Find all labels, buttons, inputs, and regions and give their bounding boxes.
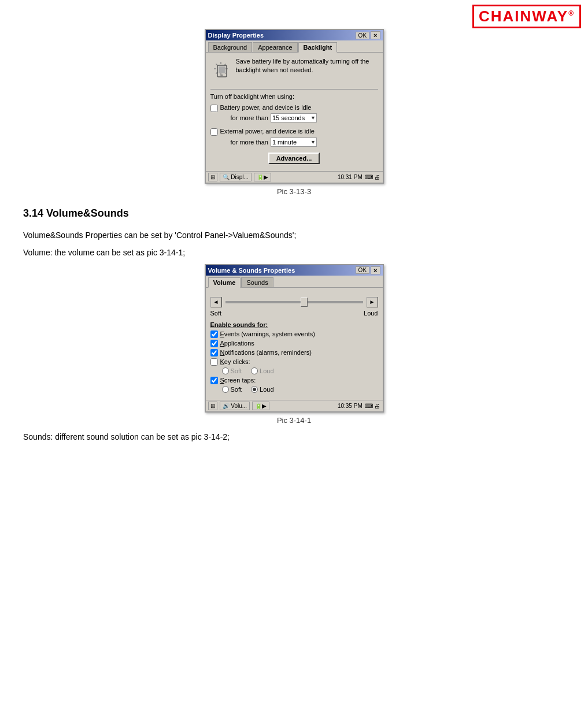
applications-label: Applications bbox=[220, 340, 254, 347]
battery-dropdown-row: for more than 15 seconds 30 seconds 1 mi… bbox=[231, 113, 317, 122]
dialog-ok-button[interactable]: OK bbox=[356, 32, 369, 39]
display-taskbar-time: 10:31 PM bbox=[338, 174, 363, 180]
tab-backlight[interactable]: Backlight bbox=[298, 42, 338, 53]
events-checkbox-row: Events (warnings, system events) bbox=[210, 330, 378, 338]
titlebar-buttons: OK × bbox=[356, 31, 380, 39]
caption-2: Pic 3-14-1 bbox=[277, 416, 311, 425]
for-more-than-2: for more than bbox=[231, 139, 268, 146]
volume-taskbar-icons: ⌨ 🖨 bbox=[365, 403, 380, 409]
display-properties-dialog: Display Properties OK × Background Appea… bbox=[205, 29, 384, 184]
battery-taskbar-item[interactable]: 🔋▶ bbox=[254, 173, 271, 181]
external-time-select[interactable]: 1 minute 2 minutes 5 minutes bbox=[271, 138, 317, 147]
body-text-3: Sounds: different sound solution can be … bbox=[23, 430, 565, 443]
screen-loud-radio-fill bbox=[253, 388, 256, 391]
taskbar-icons-display: ⌨ 🖨 bbox=[365, 174, 380, 180]
key-soft-radio[interactable] bbox=[222, 367, 229, 374]
events-label: Events (warnings, system events) bbox=[220, 330, 315, 337]
volume-taskbar-label: 🔊 Volu... bbox=[223, 403, 247, 409]
key-loud-radio[interactable] bbox=[251, 367, 258, 374]
screen-loud-radio[interactable] bbox=[251, 386, 258, 393]
volume-titlebar-buttons: OK × bbox=[356, 266, 380, 274]
display-taskbar-item[interactable]: 🔍 Displ... bbox=[220, 173, 252, 181]
volume-start-button[interactable]: ⊞ bbox=[208, 402, 217, 410]
battery-taskbar-label: 🔋▶ bbox=[257, 174, 268, 180]
dialog-body: Save battery life by automatically turni… bbox=[206, 53, 383, 171]
battery-select-wrapper: 15 seconds 30 seconds 1 minute 2 minutes… bbox=[271, 113, 317, 122]
screen-taps-label: Screen taps: bbox=[220, 377, 256, 384]
screen-soft-option: Soft bbox=[222, 386, 242, 393]
enable-sounds-label: Enable sounds for: bbox=[210, 321, 378, 328]
volume-dialog-body: ◄ ► Soft Loud Enable sounds for: Events … bbox=[206, 288, 383, 400]
battery-checkbox[interactable] bbox=[210, 105, 218, 112]
battery-option-row: Battery power, and device is idle for mo… bbox=[210, 103, 378, 122]
tab-volume[interactable]: Volume bbox=[208, 277, 241, 288]
tab-sounds[interactable]: Sounds bbox=[241, 277, 273, 287]
page-content: Display Properties OK × Background Appea… bbox=[0, 0, 588, 459]
screen-loud-label: Loud bbox=[260, 386, 273, 393]
applications-checkbox[interactable] bbox=[210, 340, 218, 347]
volume-sounds-dialog: Volume & Sounds Properties OK × Volume S… bbox=[205, 264, 384, 413]
volume-slider-track[interactable] bbox=[225, 301, 363, 303]
start-button[interactable]: ⊞ bbox=[208, 173, 217, 181]
applications-checkbox-row: Applications bbox=[210, 340, 378, 347]
volume-slider-thumb[interactable] bbox=[301, 298, 308, 307]
notifications-checkbox[interactable] bbox=[210, 349, 218, 356]
volume-sounds-screenshot: Volume & Sounds Properties OK × Volume S… bbox=[23, 264, 565, 425]
dialog-title: Display Properties bbox=[208, 32, 356, 39]
dialog-tabs: Background Appearance Backlight bbox=[206, 40, 383, 53]
screen-loud-option: Loud bbox=[251, 386, 273, 393]
volume-taskbar-item[interactable]: 🔊 Volu... bbox=[220, 402, 250, 410]
volume-ok-button[interactable]: OK bbox=[356, 266, 369, 274]
external-checkbox[interactable] bbox=[210, 128, 218, 136]
backlight-info: Save battery life by automatically turni… bbox=[210, 57, 378, 83]
volume-dialog-titlebar: Volume & Sounds Properties OK × bbox=[206, 265, 383, 276]
logo-symbol: ® bbox=[568, 9, 575, 17]
tab-background[interactable]: Background bbox=[208, 42, 253, 52]
screen-taps-checkbox-row: Screen taps: bbox=[210, 377, 378, 384]
advanced-button[interactable]: Advanced... bbox=[268, 153, 320, 164]
volume-slider-labels: Soft Loud bbox=[210, 310, 378, 317]
volume-dialog-title: Volume & Sounds Properties bbox=[208, 267, 356, 274]
key-loud-option: Loud bbox=[251, 367, 273, 374]
key-clicks-checkbox-row: Key clicks: bbox=[210, 358, 378, 366]
key-loud-label: Loud bbox=[260, 367, 273, 374]
svg-line-5 bbox=[216, 64, 217, 66]
display-taskbar-label: 🔍 Displ... bbox=[223, 174, 249, 180]
key-clicks-checkbox[interactable] bbox=[210, 358, 218, 366]
battery-time-select[interactable]: 15 seconds 30 seconds 1 minute 2 minutes bbox=[271, 113, 317, 122]
volume-battery-label: 🔋▶ bbox=[255, 403, 267, 409]
external-select-wrapper: 1 minute 2 minutes 5 minutes ▼ bbox=[271, 138, 317, 147]
body-text-1: Volume&Sounds Properties can be set by '… bbox=[23, 229, 565, 242]
external-dropdown-row: for more than 1 minute 2 minutes 5 minut… bbox=[231, 138, 317, 147]
chainway-logo-text: CHAINWAY® bbox=[472, 5, 581, 28]
key-soft-option: Soft bbox=[222, 367, 242, 374]
volume-slider-container: ◄ ► bbox=[210, 297, 378, 307]
start-icon: ⊞ bbox=[210, 174, 215, 180]
events-checkbox[interactable] bbox=[210, 330, 218, 338]
external-option-text: External power, and device is idle bbox=[220, 127, 317, 136]
logo: CHAINWAY® bbox=[472, 5, 581, 28]
volume-taskbar: ⊞ 🔊 Volu... 🔋▶ 10:35 PM ⌨ 🖨 bbox=[206, 400, 383, 411]
volume-battery-item[interactable]: 🔋▶ bbox=[252, 402, 269, 410]
divider-1 bbox=[210, 89, 378, 90]
loud-label: Loud bbox=[364, 310, 378, 317]
volume-taskbar-time: 10:35 PM bbox=[338, 403, 363, 409]
backlight-info-text: Save battery life by automatically turni… bbox=[236, 57, 378, 75]
dialog-taskbar: ⊞ 🔍 Displ... 🔋▶ 10:31 PM ⌨ 🖨 bbox=[206, 171, 383, 183]
screen-taps-checkbox[interactable] bbox=[210, 377, 218, 384]
volume-increase-button[interactable]: ► bbox=[367, 297, 378, 307]
volume-decrease-button[interactable]: ◄ bbox=[210, 297, 222, 307]
tab-appearance[interactable]: Appearance bbox=[253, 42, 297, 52]
key-clicks-options: Soft Loud bbox=[222, 367, 378, 374]
section-heading-volume: 3.14 Volume&Sounds bbox=[23, 207, 565, 220]
dialog-close-button[interactable]: × bbox=[371, 31, 380, 39]
volume-dialog-tabs: Volume Sounds bbox=[206, 276, 383, 288]
display-properties-screenshot: Display Properties OK × Background Appea… bbox=[23, 29, 565, 196]
screen-soft-radio[interactable] bbox=[222, 386, 229, 393]
turn-off-label: Turn off backlight when using: bbox=[210, 93, 378, 100]
battery-option-text: Battery power, and device is idle bbox=[220, 103, 317, 112]
screen-soft-label: Soft bbox=[231, 386, 242, 393]
logo-name: CHAINWAY bbox=[479, 8, 568, 25]
volume-close-button[interactable]: × bbox=[371, 266, 380, 274]
notifications-label: Notifications (alarms, reminders) bbox=[220, 349, 312, 356]
